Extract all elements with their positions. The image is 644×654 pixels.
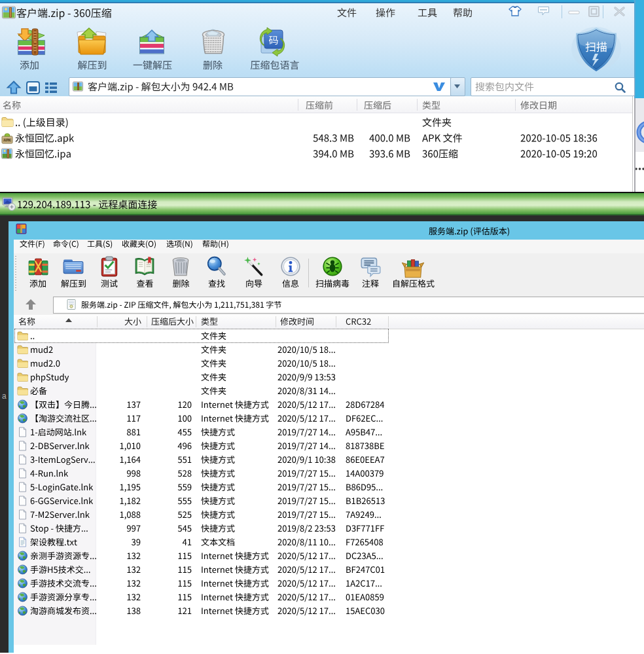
svg-text:APK: APK (3, 138, 11, 142)
